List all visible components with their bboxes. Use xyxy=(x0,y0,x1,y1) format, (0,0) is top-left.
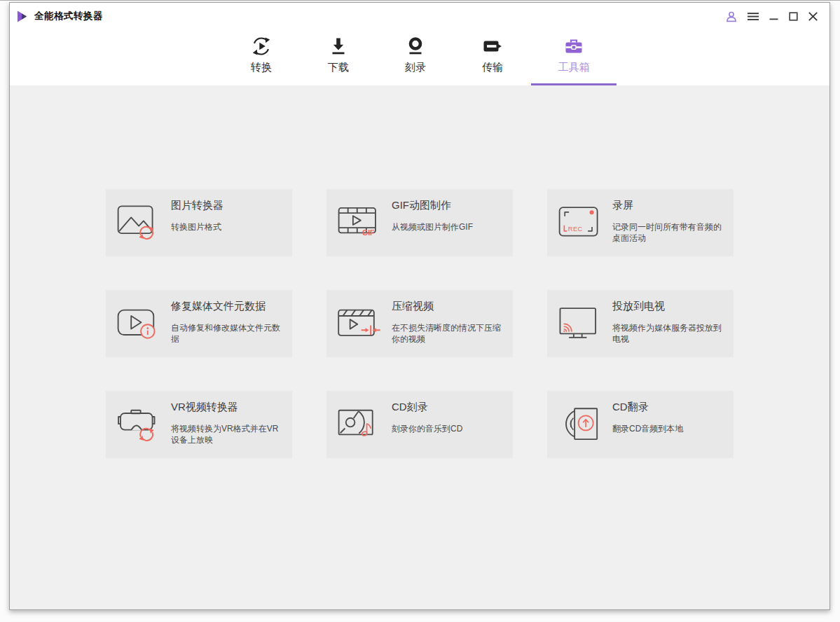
burn-icon xyxy=(405,33,426,60)
card-desc: 将视频转换为VR格式并在VR 设备上放映 xyxy=(171,423,278,445)
download-icon xyxy=(328,33,349,60)
tab-label: 刻录 xyxy=(405,61,426,74)
tab-transfer[interactable]: 传输 xyxy=(454,29,531,85)
card-vr-converter[interactable]: VR视频转换器 将视频转换为VR格式并在VR 设备上放映 xyxy=(106,391,292,458)
screen-top-line xyxy=(0,0,840,1)
card-desc: 在不损失清晰度的情况下压缩 你的视频 xyxy=(392,322,501,345)
app-logo-icon xyxy=(17,11,28,22)
cast-to-tv-icon xyxy=(558,305,604,343)
menu-icon[interactable] xyxy=(747,11,759,22)
main-nav: 转换 下载 刻录 xyxy=(10,29,829,85)
card-screen-recorder[interactable]: REC 录屏 记录同一时间所有带有音频的 桌面活动 xyxy=(547,189,734,256)
card-fix-metadata[interactable]: 修复媒体文件元数据 自动修复和修改媒体文件元数 据 xyxy=(106,290,292,357)
card-desc: 从视频或图片制作GIF xyxy=(392,221,473,233)
card-title: 修复媒体文件元数据 xyxy=(171,299,280,313)
titlebar-controls xyxy=(725,11,818,22)
tab-label: 下载 xyxy=(328,61,349,74)
toolbox-content: 图片转换器 转换图片格式 GIF xyxy=(10,85,829,609)
card-title: 录屏 xyxy=(612,198,722,212)
vr-converter-icon xyxy=(116,406,163,443)
cd-burner-icon xyxy=(337,406,383,443)
card-gif-maker[interactable]: GIF GIF动图制作 从视频或图片制作GIF xyxy=(326,189,513,256)
tool-grid: 图片转换器 转换图片格式 GIF xyxy=(10,85,829,458)
card-video-compressor[interactable]: 压缩视频 在不损失清晰度的情况下压缩 你的视频 xyxy=(326,290,513,357)
tab-convert[interactable]: 转换 xyxy=(223,29,300,85)
tab-label: 工具箱 xyxy=(558,61,590,74)
card-desc: 翻录CD音频到本地 xyxy=(612,423,683,434)
title-bar: 全能格式转换器 xyxy=(10,3,829,29)
card-desc: 刻录你的音乐到CD xyxy=(392,423,462,434)
app-window: 全能格式转换器 xyxy=(9,2,830,610)
card-desc: 将视频作为媒体服务器投放到 电视 xyxy=(612,322,722,345)
svg-text:REC: REC xyxy=(568,226,583,233)
card-image-converter[interactable]: 图片转换器 转换图片格式 xyxy=(106,189,292,256)
screen-recorder-icon: REC xyxy=(558,204,604,242)
card-desc: 记录同一时间所有带有音频的 桌面活动 xyxy=(612,221,722,244)
toolbox-icon xyxy=(563,33,584,60)
card-title: 投放到电视 xyxy=(612,299,722,313)
convert-icon xyxy=(251,33,272,60)
card-desc: 自动修复和修改媒体文件元数 据 xyxy=(171,322,280,345)
video-compressor-icon xyxy=(337,305,383,343)
minimize-button[interactable] xyxy=(769,11,779,22)
tab-label: 转换 xyxy=(251,61,272,74)
card-title: CD翻录 xyxy=(612,400,683,414)
card-desc: 转换图片格式 xyxy=(171,221,223,233)
account-icon[interactable] xyxy=(725,11,738,22)
gif-maker-icon: GIF xyxy=(337,204,383,242)
app-title: 全能格式转换器 xyxy=(34,10,103,22)
card-title: 图片转换器 xyxy=(171,198,223,212)
card-title: GIF动图制作 xyxy=(392,198,473,212)
transfer-icon xyxy=(482,33,503,60)
card-title: VR视频转换器 xyxy=(171,400,278,414)
card-title: 压缩视频 xyxy=(392,299,501,313)
card-title: CD刻录 xyxy=(392,400,462,414)
tab-label: 传输 xyxy=(482,61,503,74)
cd-ripper-icon xyxy=(558,406,604,443)
close-button[interactable] xyxy=(808,11,818,22)
fix-metadata-icon xyxy=(116,305,163,343)
card-cast-to-tv[interactable]: 投放到电视 将视频作为媒体服务器投放到 电视 xyxy=(547,290,734,357)
svg-text:GIF: GIF xyxy=(362,228,375,237)
card-cd-burner[interactable]: CD刻录 刻录你的音乐到CD xyxy=(326,391,513,458)
desktop-background: 全能格式转换器 xyxy=(0,0,840,622)
maximize-button[interactable] xyxy=(788,11,799,22)
image-converter-icon xyxy=(116,204,163,242)
tab-burn[interactable]: 刻录 xyxy=(377,29,454,85)
card-cd-ripper[interactable]: CD翻录 翻录CD音频到本地 xyxy=(547,391,734,458)
tab-download[interactable]: 下载 xyxy=(300,29,377,85)
tab-toolbox[interactable]: 工具箱 xyxy=(531,29,617,85)
